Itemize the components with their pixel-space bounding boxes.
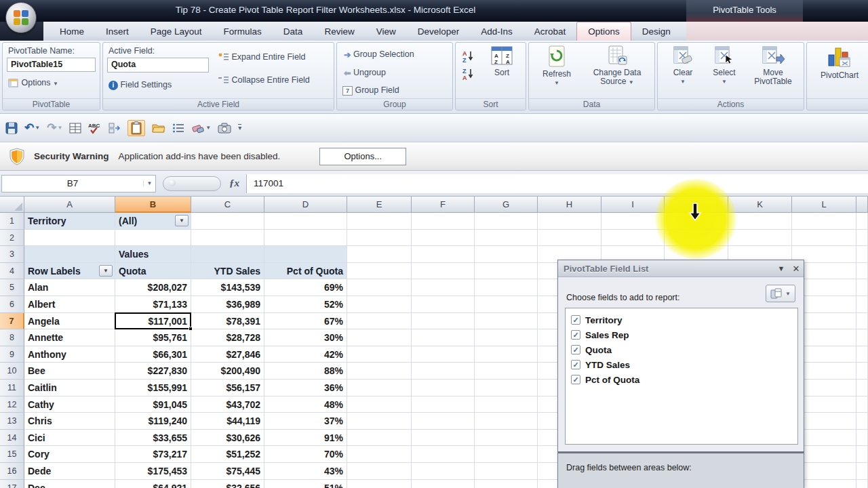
- table-icon[interactable]: [69, 122, 81, 134]
- cell-A9[interactable]: Anthony: [24, 346, 115, 363]
- cell-C2[interactable]: [191, 230, 264, 247]
- cell-E2[interactable]: [347, 230, 412, 247]
- ungroup-button[interactable]: ⬅ Ungroup: [344, 68, 386, 78]
- cell-A3[interactable]: [24, 246, 115, 263]
- cell-C1[interactable]: [191, 213, 264, 230]
- tab-insert[interactable]: Insert: [95, 22, 140, 41]
- tab-options[interactable]: Options: [576, 22, 631, 41]
- row-header-12[interactable]: 12: [0, 396, 24, 413]
- select-all-corner[interactable]: [0, 197, 24, 213]
- cell-G8[interactable]: [475, 329, 538, 346]
- cell-G6[interactable]: [475, 296, 538, 313]
- row-header-2[interactable]: 2: [0, 230, 24, 247]
- tab-formulas[interactable]: Formulas: [213, 22, 273, 41]
- cell-E9[interactable]: [347, 346, 412, 363]
- field-list-layout-button[interactable]: ▼: [766, 285, 795, 302]
- cell-G7[interactable]: [475, 313, 538, 330]
- cell-C13[interactable]: $44,119: [191, 413, 264, 430]
- cell-B5[interactable]: $208,027: [115, 279, 191, 296]
- cell-E6[interactable]: [347, 296, 412, 313]
- row-header-16[interactable]: 16: [0, 463, 24, 480]
- cell-B17[interactable]: $64,921: [115, 480, 191, 488]
- clipboard-icon[interactable]: [127, 120, 145, 136]
- cell-F8[interactable]: [412, 329, 475, 346]
- cell-B9[interactable]: $66,301: [115, 346, 191, 363]
- sort-za-button[interactable]: ZA: [461, 67, 475, 81]
- cell-A12[interactable]: Cathy: [24, 396, 115, 413]
- cell-C11[interactable]: $56,157: [191, 380, 264, 396]
- row-header-8[interactable]: 8: [0, 329, 24, 346]
- change-data-source-button[interactable]: Change Data Source ▼: [583, 45, 651, 87]
- field-list-close-icon[interactable]: ✕: [789, 264, 804, 274]
- cell-F6[interactable]: [412, 296, 475, 313]
- clear-button[interactable]: Clear ▼: [666, 45, 700, 86]
- cell-B16[interactable]: $175,453: [115, 463, 191, 480]
- cell-B10[interactable]: $227,830: [115, 363, 191, 380]
- cell-E13[interactable]: [347, 413, 412, 430]
- cell-A6[interactable]: Albert: [24, 296, 115, 313]
- cell-A8[interactable]: Annette: [24, 329, 115, 346]
- active-field-input[interactable]: Quota: [107, 58, 209, 73]
- cell-F16[interactable]: [412, 463, 475, 480]
- sort-button[interactable]: AZZA Sort: [481, 45, 522, 77]
- cell-A16[interactable]: Dede: [24, 463, 115, 480]
- name-box[interactable]: B7 ▼: [1, 175, 156, 192]
- refresh-button[interactable]: Refresh ▼: [536, 45, 578, 87]
- redo-icon[interactable]: ↷▼: [47, 121, 62, 135]
- cell-G3[interactable]: [475, 246, 538, 263]
- cell-H2[interactable]: [538, 230, 601, 247]
- field-item-quota[interactable]: ✓Quota: [571, 342, 792, 357]
- row-header-4[interactable]: 4: [0, 263, 24, 280]
- cell-D8[interactable]: 30%: [264, 329, 347, 346]
- field-item-territory[interactable]: ✓Territory: [571, 312, 792, 327]
- tab-page-layout[interactable]: Page Layout: [140, 22, 213, 41]
- cell-G9[interactable]: [475, 346, 538, 363]
- cell-A5[interactable]: Alan: [24, 279, 115, 296]
- cell-C14[interactable]: $30,626: [191, 430, 264, 447]
- cell-C5[interactable]: $143,539: [191, 279, 264, 296]
- cell-F12[interactable]: [412, 396, 475, 413]
- group-selection-button[interactable]: ➔ Group Selection: [344, 49, 414, 60]
- pivottable-options-button[interactable]: Options ▼: [8, 78, 58, 88]
- field-item-ytd-sales[interactable]: ✓YTD Sales: [571, 357, 792, 372]
- qat-more-icon[interactable]: ▾: [238, 124, 241, 131]
- row-header-10[interactable]: 10: [0, 363, 24, 380]
- cell-G5[interactable]: [475, 279, 538, 296]
- tab-add-ins[interactable]: Add-Ins: [470, 22, 524, 41]
- cell-D14[interactable]: 91%: [264, 430, 347, 447]
- undo-icon[interactable]: ↶▼: [24, 121, 40, 135]
- formula-input[interactable]: 117001: [246, 174, 868, 193]
- eraser-icon[interactable]: ▼: [191, 123, 211, 134]
- cell-A4[interactable]: Row Labels▼: [24, 263, 115, 280]
- camera-icon[interactable]: [218, 123, 231, 134]
- cell-E5[interactable]: [347, 279, 412, 296]
- cell-A2[interactable]: [24, 230, 115, 247]
- cell-B2[interactable]: [115, 230, 191, 247]
- cell-C9[interactable]: $27,846: [191, 346, 264, 363]
- cell-E7[interactable]: [347, 313, 412, 330]
- filter-dropdown-icon-A4[interactable]: ▼: [99, 265, 113, 277]
- cell-E10[interactable]: [347, 363, 412, 380]
- cell-F11[interactable]: [412, 380, 475, 396]
- column-header-K[interactable]: K: [728, 197, 792, 213]
- row-header-3[interactable]: 3: [0, 246, 24, 263]
- column-header-E[interactable]: E: [347, 197, 412, 213]
- cell-E16[interactable]: [347, 463, 412, 480]
- row-header-6[interactable]: 6: [0, 296, 24, 313]
- spelling-icon[interactable]: ABC: [88, 122, 102, 134]
- cell-F15[interactable]: [412, 446, 475, 463]
- cell-B11[interactable]: $155,991: [115, 380, 191, 396]
- tab-developer[interactable]: Developer: [407, 22, 471, 41]
- cell-E1[interactable]: [347, 213, 412, 230]
- cell-G14[interactable]: [475, 430, 538, 447]
- column-header-F[interactable]: F: [412, 197, 475, 213]
- cell-F7[interactable]: [412, 313, 475, 330]
- column-header-B[interactable]: B: [115, 197, 191, 213]
- cell-G1[interactable]: [475, 213, 538, 230]
- cell-A14[interactable]: Cici: [24, 430, 115, 447]
- cell-B6[interactable]: $71,133: [115, 296, 191, 313]
- cell-G10[interactable]: [475, 363, 538, 380]
- field-list-menu-icon[interactable]: ▼: [774, 264, 789, 272]
- tab-home[interactable]: Home: [49, 22, 95, 41]
- tab-data[interactable]: Data: [273, 22, 314, 41]
